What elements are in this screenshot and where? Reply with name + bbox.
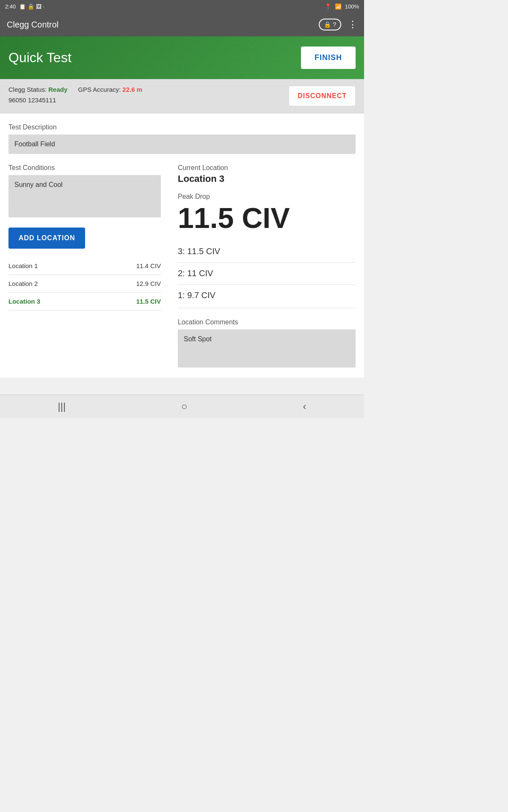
- location-comments-field[interactable]: Soft Spot: [178, 329, 356, 368]
- lock-icon: 🔒: [324, 21, 331, 28]
- clegg-status-row: Clegg Status: Ready GPS Accuracy: 22.6 m: [8, 86, 289, 93]
- test-description-label: Test Description: [8, 123, 356, 131]
- gps-label: GPS Accuracy:: [78, 86, 121, 93]
- readings-divider: [178, 308, 356, 308]
- peak-drop-value: 11.5 CIV: [178, 202, 356, 234]
- add-location-button[interactable]: ADD LOCATION: [8, 228, 85, 249]
- list-item[interactable]: Location 1 11.4 CIV: [8, 257, 161, 275]
- test-description-field[interactable]: Football Field: [8, 134, 356, 154]
- list-item: 3: 11.5 CIV: [178, 241, 356, 263]
- location-comments-label: Location Comments: [178, 318, 356, 326]
- status-info: Clegg Status: Ready GPS Accuracy: 22.6 m…: [8, 86, 289, 104]
- bottom-nav: ||| ○ ‹: [0, 395, 364, 418]
- left-column: Test Conditions Sunny and Cool ADD LOCAT…: [8, 164, 161, 368]
- clegg-status-label: Clegg Status:: [8, 86, 47, 93]
- list-item[interactable]: Location 3 11.5 CIV: [8, 293, 161, 310]
- peak-drop-label: Peak Drop: [178, 193, 356, 200]
- disconnect-button[interactable]: DISCONNECT: [289, 86, 356, 106]
- test-conditions-label: Test Conditions: [8, 164, 161, 172]
- app-bar: Clegg Control 🔒 ? ⋮: [0, 13, 364, 36]
- time-display: 2:40: [5, 3, 16, 10]
- two-col-layout: Test Conditions Sunny and Cool ADD LOCAT…: [8, 164, 356, 368]
- status-bar-left: 2:40 📋 🔒 🖼 ·: [5, 3, 44, 10]
- page-title: Quick Test: [8, 50, 72, 66]
- status-bar-right: 📍 📶 100%: [325, 3, 359, 10]
- current-location-label: Current Location: [178, 164, 356, 172]
- help-button[interactable]: 🔒 ?: [319, 19, 341, 30]
- test-conditions-field[interactable]: Sunny and Cool: [8, 175, 161, 217]
- list-item: 2: 11 CIV: [178, 263, 356, 285]
- list-item[interactable]: Location 2 12.9 CIV: [8, 275, 161, 293]
- location-civ: 11.4 CIV: [136, 262, 161, 269]
- location-civ: 12.9 CIV: [136, 280, 161, 287]
- home-button[interactable]: ○: [168, 396, 200, 417]
- menu-button[interactable]: |||: [45, 396, 78, 417]
- location-icon: 📍: [325, 3, 331, 10]
- readings-list: 3: 11.5 CIV2: 11 CIV1: 9.7 CIV: [178, 241, 356, 306]
- clegg-status-value: Ready: [48, 86, 67, 93]
- main-content: Test Description Football Field Test Con…: [0, 113, 364, 378]
- gps-value: 22.6 m: [122, 86, 142, 93]
- green-header: Quick Test FINISH: [0, 36, 364, 79]
- help-label: ?: [333, 21, 336, 28]
- list-item: 1: 9.7 CIV: [178, 285, 356, 306]
- right-column: Current Location Location 3 Peak Drop 11…: [178, 164, 356, 368]
- back-button[interactable]: ‹: [290, 396, 319, 417]
- location-civ: 11.5 CIV: [136, 298, 161, 305]
- notification-icons: 📋 🔒 🖼 ·: [19, 3, 44, 10]
- app-bar-actions: 🔒 ? ⋮: [319, 19, 357, 30]
- location-name: Location 2: [8, 280, 38, 287]
- location-list: Location 1 11.4 CIV Location 2 12.9 CIV …: [8, 257, 161, 310]
- status-section: Clegg Status: Ready GPS Accuracy: 22.6 m…: [0, 79, 364, 113]
- status-bar: 2:40 📋 🔒 🖼 · 📍 📶 100%: [0, 0, 364, 13]
- wifi-icon: 📶: [335, 3, 342, 10]
- app-title: Clegg Control: [7, 20, 58, 30]
- location-name: Location 3: [8, 298, 40, 305]
- battery-display: 100%: [345, 3, 359, 10]
- location-name: Location 1: [8, 262, 38, 269]
- more-button[interactable]: ⋮: [348, 19, 357, 30]
- serial-number: 96050 12345111: [8, 96, 289, 104]
- current-location-value: Location 3: [178, 173, 356, 184]
- finish-button[interactable]: FINISH: [301, 47, 356, 69]
